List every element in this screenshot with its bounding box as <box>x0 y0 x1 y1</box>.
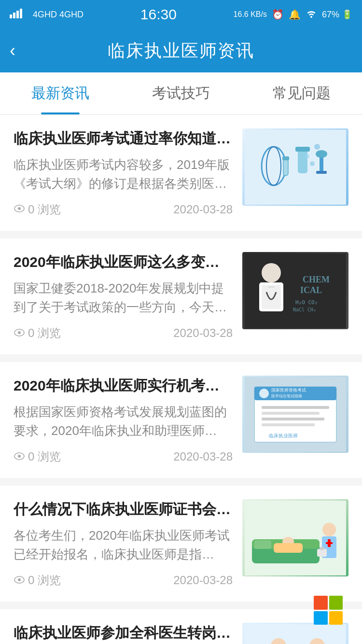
news-text-5: 临床执业医师参加全科医生转岗… 全科医师作为在基层提供服务为广大基层群众提供方便… <box>14 623 233 644</box>
tab-latest[interactable]: 最新资讯 <box>0 72 121 114</box>
svg-rect-50 <box>274 543 303 553</box>
news-date-2: 2020-03-28 <box>173 326 233 340</box>
news-date-3: 2020-03-28 <box>173 450 233 463</box>
views-count-2: 0 浏览 <box>28 325 61 341</box>
svg-point-20 <box>18 331 21 334</box>
svg-rect-54 <box>326 542 333 544</box>
news-title-2: 2020年临床执业医师这么多变… <box>14 252 233 272</box>
news-desc-1: 临床执业医师考试内容较多，2019年版《考试大纲》的修订是根据各类别医… <box>14 155 233 193</box>
svg-text:H₂O CO₂: H₂O CO₂ <box>295 299 318 306</box>
news-image-4 <box>242 499 348 576</box>
news-image-1 <box>242 128 348 206</box>
eye-icon-1 <box>14 203 25 216</box>
news-meta-2: 0 浏览 2020-03-28 <box>14 325 233 341</box>
svg-rect-0 <box>10 14 12 18</box>
svg-text:CHEM: CHEM <box>303 275 330 284</box>
svg-point-26 <box>262 263 281 282</box>
svg-rect-1 <box>13 13 15 18</box>
network-type: 4GHD 4GHD <box>33 10 84 20</box>
status-right: 16.6 KB/s ⏰ 🔔 67% 🔋 <box>234 9 352 20</box>
news-desc-2: 国家卫健委2018-2020年发展规划中提到了关于考试政策的一些方向，今天… <box>14 279 233 317</box>
eye-icon-3 <box>14 450 25 463</box>
news-text-4: 什么情况下临床执业医师证书会… 各位考生们，2020年临床执业医师考试已经开始报… <box>14 499 233 588</box>
svg-rect-56 <box>320 547 324 550</box>
wifi-icon <box>306 9 317 20</box>
svg-rect-3 <box>20 9 22 18</box>
svg-point-44 <box>18 578 21 581</box>
eye-icon-2 <box>14 326 25 340</box>
news-list: 临床执业医师考试通过率你知道… 临床执业医师考试内容较多，2019年版《考试大纲… <box>0 115 362 644</box>
svg-text:临床执业医师: 临床执业医师 <box>269 433 298 438</box>
news-views-1: 0 浏览 <box>14 202 61 217</box>
svg-rect-9 <box>298 149 307 173</box>
svg-point-12 <box>316 150 327 158</box>
news-title-1: 临床执业医师考试通过率你知道… <box>14 128 233 149</box>
svg-rect-55 <box>317 549 327 557</box>
news-desc-3: 根据国家医师资格考试发展规划蓝图的要求，2020年临床执业和助理医师… <box>14 403 233 440</box>
svg-point-5 <box>18 207 21 210</box>
svg-rect-38 <box>262 406 329 409</box>
svg-rect-2 <box>16 11 19 18</box>
news-title-4: 什么情况下临床执业医师证书会… <box>14 499 233 519</box>
news-item[interactable]: 临床执业医师考试通过率你知道… 临床执业医师考试内容较多，2019年版《考试大纲… <box>0 115 362 231</box>
svg-text:ICAL: ICAL <box>300 285 322 295</box>
svg-text:医学综合笔试指南: 医学综合笔试指南 <box>271 394 302 398</box>
news-title-5: 临床执业医师参加全科医生转岗… <box>14 623 233 643</box>
svg-rect-13 <box>316 171 327 174</box>
svg-rect-6 <box>245 130 346 205</box>
views-count-1: 0 浏览 <box>28 202 61 217</box>
svg-rect-10 <box>295 147 310 152</box>
news-views-4: 0 浏览 <box>14 573 61 588</box>
news-desc-4: 各位考生们，2020年临床执业医师考试已经开始报名，临床执业医师是指… <box>14 526 233 564</box>
status-bar: 4GHD 4GHD 16:30 16.6 KB/s ⏰ 🔔 67% 🔋 <box>0 0 362 29</box>
svg-rect-17 <box>283 159 288 176</box>
news-text-2: 2020年临床执业医师这么多变… 国家卫健委2018-2020年发展规划中提到了… <box>14 252 233 341</box>
news-image-3: 国家医师资格考试 医学综合笔试指南 临床执业医师 <box>242 376 348 453</box>
svg-rect-48 <box>254 540 271 549</box>
svg-point-51 <box>322 523 336 536</box>
svg-point-16 <box>314 144 320 150</box>
svg-point-35 <box>259 389 269 398</box>
svg-rect-29 <box>268 286 275 288</box>
notification-icon: 🔔 <box>289 9 301 20</box>
svg-text:国家医师资格考试: 国家医师资格考试 <box>271 388 306 392</box>
svg-point-15 <box>306 154 309 158</box>
tab-bar: 最新资讯 考试技巧 常见问题 <box>0 72 362 115</box>
speed-indicator: 16.6 KB/s <box>234 10 267 19</box>
news-title-3: 2020年临床执业医师实行机考… <box>14 376 233 396</box>
svg-text:NaCl CH₄: NaCl CH₄ <box>293 307 316 312</box>
watermark <box>314 596 352 634</box>
news-item-4[interactable]: 什么情况下临床执业医师证书会… 各位考生们，2020年临床执业医师考试已经开始报… <box>0 486 362 602</box>
eye-icon-4 <box>14 574 25 587</box>
news-item-5[interactable]: 临床执业医师参加全科医生转岗… 全科医师作为在基层提供服务为广大基层群众提供方便… <box>0 609 362 644</box>
news-meta-4: 0 浏览 2020-03-28 <box>14 573 233 588</box>
svg-rect-18 <box>282 156 289 160</box>
news-item-3[interactable]: 2020年临床执业医师实行机考… 根据国家医师资格考试发展规划蓝图的要求，202… <box>0 362 362 478</box>
status-network: 4GHD 4GHD <box>10 9 84 21</box>
page-title: 临床执业医师资讯 <box>108 39 254 63</box>
news-date-4: 2020-03-28 <box>173 574 233 587</box>
svg-point-31 <box>18 455 21 458</box>
tab-faq[interactable]: 常见问题 <box>241 72 362 114</box>
svg-rect-39 <box>262 412 320 415</box>
views-count-3: 0 浏览 <box>28 449 61 464</box>
news-date-1: 2020-03-28 <box>173 203 233 216</box>
battery-icon: 67% 🔋 <box>322 9 352 20</box>
news-text-1: 临床执业医师考试通过率你知道… 临床执业医师考试内容较多，2019年版《考试大纲… <box>14 128 233 217</box>
news-meta-3: 0 浏览 2020-03-28 <box>14 449 233 464</box>
news-image-2: CHEM ICAL H₂O CO₂ NaCl CH₄ <box>242 252 348 329</box>
svg-rect-28 <box>262 285 281 309</box>
back-button[interactable]: ‹ <box>10 41 15 61</box>
page-header: ‹ 临床执业医师资讯 <box>0 29 362 72</box>
views-count-4: 0 浏览 <box>28 573 61 588</box>
news-views-2: 0 浏览 <box>14 325 61 341</box>
svg-rect-40 <box>262 418 324 420</box>
news-views-3: 0 浏览 <box>14 449 61 464</box>
signal-icon <box>10 9 29 21</box>
alarm-icon: ⏰ <box>272 9 284 20</box>
tab-tips[interactable]: 考试技巧 <box>121 72 241 114</box>
news-meta-1: 0 浏览 2020-03-28 <box>14 202 233 217</box>
svg-point-14 <box>310 161 315 166</box>
news-item-2[interactable]: 2020年临床执业医师这么多变… 国家卫健委2018-2020年发展规划中提到了… <box>0 238 362 354</box>
svg-rect-41 <box>262 423 315 426</box>
